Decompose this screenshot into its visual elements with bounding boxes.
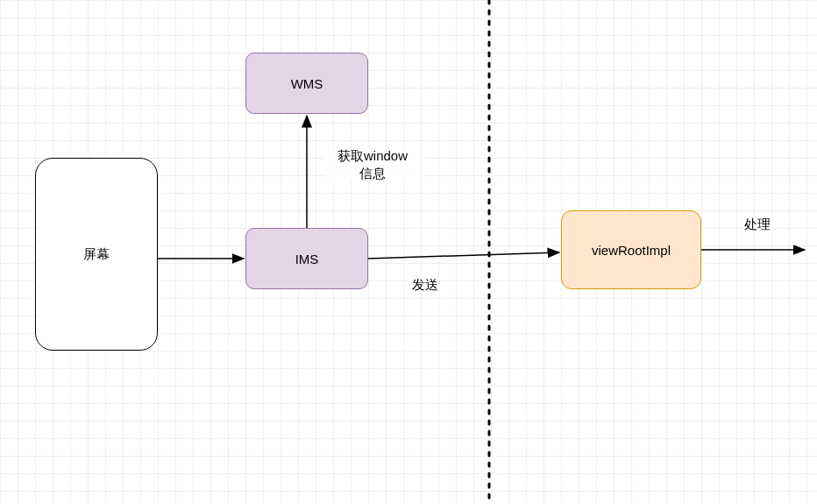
edge-label-ims-to-viewroot: 发送 xyxy=(410,276,440,294)
edge-label-ims-to-wms: 获取window 信息 xyxy=(324,147,421,181)
node-wms: WMS xyxy=(245,53,368,114)
node-ims-label: IMS xyxy=(295,252,319,266)
node-screen-label: 屏幕 xyxy=(83,246,110,263)
edge-label-viewroot-out: 处理 xyxy=(742,216,772,233)
node-wms-label: WMS xyxy=(291,76,323,91)
node-ims: IMS xyxy=(245,228,368,289)
edge-ims-to-viewroot xyxy=(368,252,559,259)
node-viewroot-label: viewRootImpl xyxy=(592,243,671,258)
node-screen: 屏幕 xyxy=(35,158,158,351)
node-viewroot: viewRootImpl xyxy=(561,210,701,289)
